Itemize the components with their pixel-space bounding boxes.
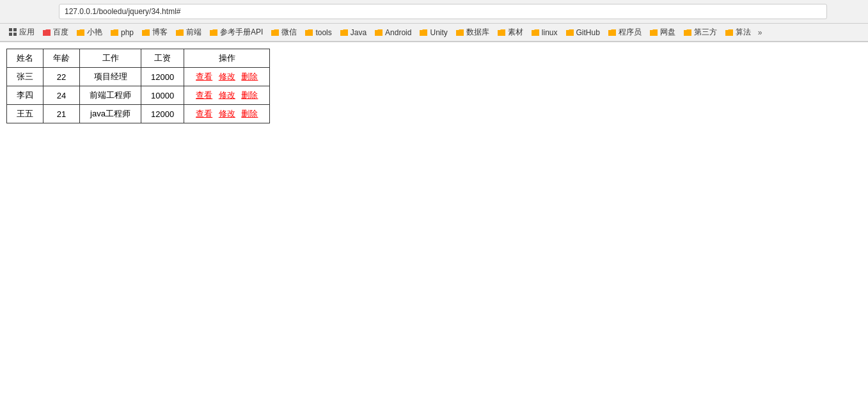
action-link-删除[interactable]: 删除 [241, 109, 258, 118]
folder-icon [209, 28, 218, 37]
bookmark-item-参考手册API[interactable]: 参考手册API [206, 26, 266, 39]
bookmark-item-算法[interactable]: 算法 [722, 26, 754, 39]
folder-icon [608, 28, 617, 37]
bookmark-item-素材[interactable]: 素材 [494, 26, 526, 39]
folder-icon [531, 28, 540, 37]
folder-icon [271, 28, 280, 37]
bookmark-label: 博客 [152, 27, 168, 38]
folder-icon [565, 28, 574, 37]
bookmark-label: 应用 [19, 27, 35, 38]
table-cell: 李四 [7, 86, 43, 105]
action-cell: 查看 修改 删除 [184, 68, 270, 86]
bookmark-item-小艳[interactable]: 小艳 [73, 26, 106, 39]
table-cell: 12000 [141, 68, 184, 86]
forward-button[interactable] [23, 4, 37, 19]
menu-button[interactable] [849, 4, 863, 19]
bookmark-label: 数据库 [466, 27, 489, 38]
bookmark-label: 程序员 [619, 27, 642, 38]
table-cell: 王五 [7, 105, 43, 123]
folder-icon [725, 28, 734, 37]
folder-icon [42, 28, 51, 37]
table-head: 姓名年龄工作工资操作 [7, 49, 270, 68]
bookmark-item-数据库[interactable]: 数据库 [452, 26, 493, 39]
page-content: 姓名年龄工作工资操作 张三22项目经理12000查看 修改 删除 李四24前端工… [0, 42, 868, 130]
bookmark-label: 微信 [281, 27, 297, 38]
browser-chrome: 应用百度小艳php博客前端参考手册API微信toolsJavaAndroidUn… [0, 0, 868, 42]
table-cell: 前端工程师 [80, 86, 141, 105]
bookmark-label: tools [315, 28, 331, 37]
bookmark-label: 参考手册API [220, 27, 263, 38]
action-link-修改[interactable]: 修改 [219, 90, 235, 100]
svg-rect-2 [9, 33, 12, 36]
action-cell: 查看 修改 删除 [184, 86, 270, 105]
bookmark-item-网盘[interactable]: 网盘 [646, 26, 679, 39]
table-header-cell: 工作 [80, 49, 141, 68]
svg-rect-1 [13, 28, 17, 31]
table-cell: java工程师 [80, 105, 141, 123]
action-link-查看[interactable]: 查看 [196, 72, 212, 81]
action-link-修改[interactable]: 修改 [219, 72, 235, 81]
bookmark-item-tools[interactable]: tools [301, 27, 335, 38]
bookmark-label: Android [385, 28, 411, 37]
table-row: 张三22项目经理12000查看 修改 删除 [7, 68, 270, 86]
bookmark-item-微信[interactable]: 微信 [267, 26, 300, 39]
bookmark-item-Android[interactable]: Android [371, 27, 414, 38]
svg-rect-0 [9, 28, 12, 31]
action-link-查看[interactable]: 查看 [196, 109, 212, 118]
bookmark-label: GitHub [576, 28, 600, 37]
bookmark-item-linux[interactable]: linux [528, 27, 561, 38]
table-cell: 22 [43, 68, 80, 86]
bookmark-label: 第三方 [694, 27, 717, 38]
bookmark-label: 算法 [736, 27, 751, 38]
folder-icon [374, 28, 383, 37]
bookmark-label: php [121, 28, 134, 37]
bookmark-item-博客[interactable]: 博客 [138, 26, 171, 39]
bookmark-item-程序员[interactable]: 程序员 [604, 26, 645, 39]
table-cell: 张三 [7, 68, 43, 86]
apps-icon [8, 28, 17, 37]
address-bar[interactable] [59, 4, 827, 19]
reload-button[interactable] [41, 4, 55, 19]
table-cell: 12000 [141, 105, 184, 123]
bookmark-label: 小艳 [87, 27, 102, 38]
folder-icon [649, 28, 658, 37]
bookmark-label: Java [351, 28, 367, 37]
bookmark-label: 前端 [186, 27, 201, 38]
action-link-删除[interactable]: 删除 [241, 90, 258, 100]
bookmark-item-php[interactable]: php [107, 27, 137, 38]
table-row: 王五21java工程师12000查看 修改 删除 [7, 105, 270, 123]
table-header-cell: 操作 [184, 49, 270, 68]
bookmarks-more-button[interactable]: » [755, 27, 765, 38]
table-row: 李四24前端工程师10000查看 修改 删除 [7, 86, 270, 105]
bookmark-item-第三方[interactable]: 第三方 [680, 26, 720, 39]
table-header-cell: 年龄 [43, 49, 80, 68]
bookmark-item-Unity[interactable]: Unity [416, 27, 450, 38]
action-link-查看[interactable]: 查看 [196, 90, 212, 100]
folder-icon [110, 28, 119, 37]
action-cell: 查看 修改 删除 [184, 105, 270, 123]
action-link-修改[interactable]: 修改 [219, 109, 235, 118]
folder-icon [141, 28, 150, 37]
folder-icon [175, 28, 184, 37]
bookmark-item-应用[interactable]: 应用 [5, 26, 38, 39]
bookmark-label: 素材 [508, 27, 523, 38]
folder-icon [340, 28, 349, 37]
table-header-row: 姓名年龄工作工资操作 [7, 49, 270, 68]
table-cell: 项目经理 [80, 68, 141, 86]
bookmark-item-GitHub[interactable]: GitHub [562, 27, 603, 38]
folder-icon [455, 28, 464, 37]
table-body: 张三22项目经理12000查看 修改 删除 李四24前端工程师10000查看 修… [7, 68, 270, 123]
folder-icon [497, 28, 506, 37]
bookmark-label: 百度 [53, 27, 68, 38]
back-button[interactable] [5, 4, 19, 19]
bookmark-item-前端[interactable]: 前端 [172, 26, 205, 39]
bookmark-item-Java[interactable]: Java [336, 27, 370, 38]
star-button[interactable] [831, 4, 845, 19]
bookmark-item-百度[interactable]: 百度 [39, 26, 72, 39]
action-link-删除[interactable]: 删除 [241, 72, 258, 81]
folder-icon [304, 28, 313, 37]
bookmark-label: 网盘 [660, 27, 675, 38]
folder-icon [76, 28, 85, 37]
data-table: 姓名年龄工作工资操作 张三22项目经理12000查看 修改 删除 李四24前端工… [6, 49, 270, 123]
nav-bar [0, 0, 868, 24]
